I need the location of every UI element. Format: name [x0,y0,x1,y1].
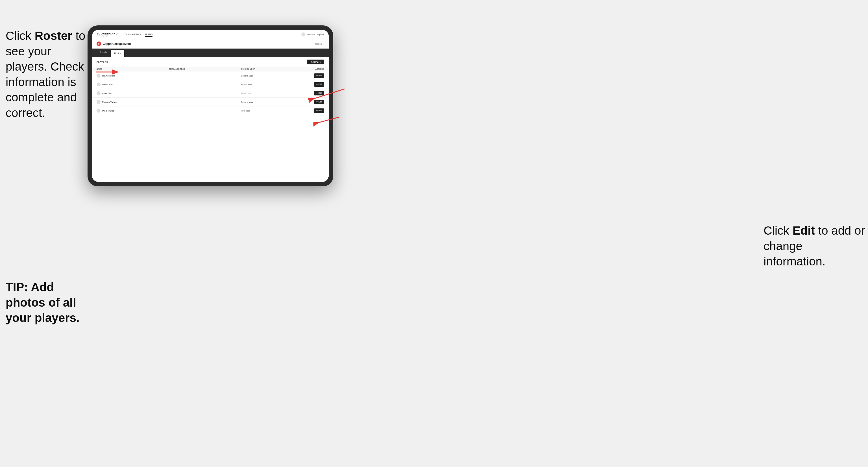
user-text: Test User | Sign out [307,34,324,36]
svg-line-5 [318,117,339,123]
players-title: PLAYERS [97,61,108,63]
main-content: C Clippd College (Men) Cancel × Details … [92,39,329,182]
tip-text: TIP: Add photos of all your players. [6,280,90,326]
team-logo: C [97,41,101,46]
avatar [97,83,100,86]
logo-title: SCOREBOARD [97,32,118,35]
user-icon [301,32,305,36]
avatar [97,109,100,113]
player-name: Marcus Turner [102,101,117,103]
player-name: Elliot Ebert [102,92,113,95]
player-year: Third Year [241,92,296,95]
table-row: Piers Parnell First Year ✏ Edit [92,106,329,115]
col-actions: ACTIONS [296,68,324,70]
left-instructions: Click Roster to see your players. Check … [6,28,88,121]
action-cell: ✏ Edit [296,73,324,78]
table-row: David Ford Fourth Year ✏ Edit [92,80,329,89]
right-instruction-text: Click Edit to add or change information. [764,223,865,269]
tab-details[interactable]: Details [97,49,110,57]
player-name: David Ford [102,83,113,86]
cancel-button[interactable]: Cancel × [315,43,324,45]
left-instruction-text: Click Roster to see your players. Check … [6,28,88,121]
table-row: Blair McHarg Second Year ✏ Edit [92,71,329,80]
player-year: First Year [241,110,296,112]
tab-roster[interactable]: Roster [111,50,124,57]
player-year: Fourth Year [241,83,296,86]
arrow-to-edit-top [308,83,347,106]
player-name-cell: Marcus Turner [97,100,169,104]
avatar [97,100,100,104]
svg-line-3 [313,89,344,99]
top-nav: SCOREBOARD Powered by clippi TOURNAMENTS… [92,30,329,39]
arrow-to-roster [93,65,121,79]
players-list: Blair McHarg Second Year ✏ Edit David Fo… [92,71,329,182]
player-year: Second Year [241,74,296,77]
col-year: SCHOOL YEAR [241,68,296,70]
player-year: Second Year [241,101,296,103]
add-player-button[interactable]: + Add Player [307,60,324,64]
player-name-cell: Elliot Ebert [97,91,169,95]
team-name-area: C Clippd College (Men) [97,41,131,46]
players-section: PLAYERS + Add Player NAME EMAIL ADDRESS … [92,57,329,182]
col-email: EMAIL ADDRESS [169,68,241,70]
logo-sub: Powered by clippi [97,35,107,37]
edit-button[interactable]: ✏ Edit [314,73,324,78]
nav-link-teams[interactable]: TEAMS [145,32,153,37]
action-cell: ✏ Edit [296,108,324,113]
nav-link-tournaments[interactable]: TOURNAMENTS [123,32,141,37]
nav-links: TOURNAMENTS TEAMS [123,32,296,37]
edit-button[interactable]: ✏ Edit [314,108,324,113]
table-row: Marcus Turner Second Year ✏ Edit [92,98,329,106]
avatar [97,91,100,95]
table-row: Elliot Ebert Third Year ✏ Edit [92,89,329,98]
nav-user-area: Test User | Sign out [301,32,324,36]
arrow-to-edit-bottom [313,113,342,127]
team-header: C Clippd College (Men) Cancel × [92,39,329,49]
player-name-cell: Piers Parnell [97,109,169,113]
player-name-cell: David Ford [97,83,169,86]
table-header: NAME EMAIL ADDRESS SCHOOL YEAR ACTIONS [92,67,329,71]
logo-area: SCOREBOARD Powered by clippi [97,32,118,37]
player-name: Piers Parnell [102,110,115,112]
team-name: Clippd College (Men) [103,42,131,45]
tablet-device: SCOREBOARD Powered by clippi TOURNAMENTS… [88,25,333,186]
tabs-bar: Details Roster [92,49,329,57]
players-header: PLAYERS + Add Player [92,57,329,67]
right-instructions: Click Edit to add or change information. [764,223,865,269]
tablet-screen: SCOREBOARD Powered by clippi TOURNAMENTS… [92,30,329,182]
